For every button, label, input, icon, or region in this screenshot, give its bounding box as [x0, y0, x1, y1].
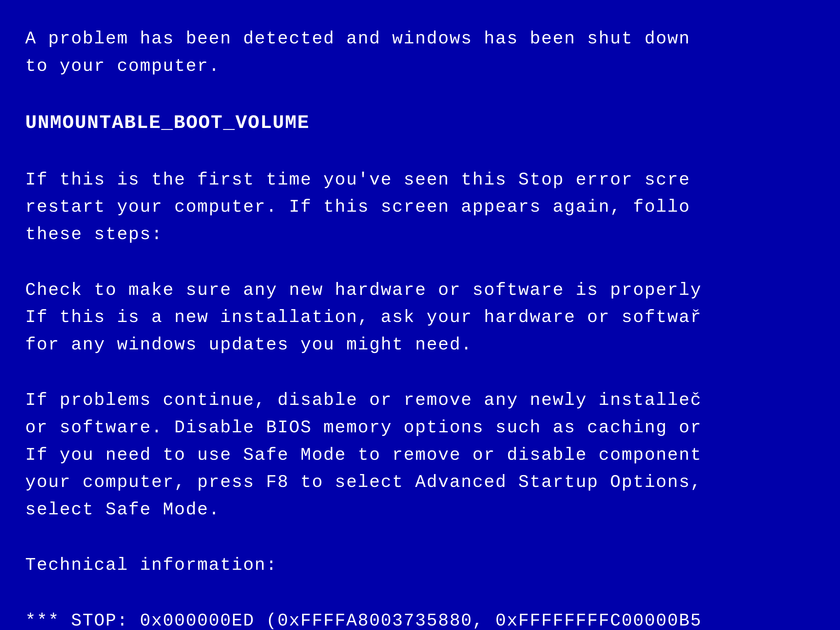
- header-line1: A problem has been detected and windows …: [25, 25, 815, 53]
- para3-line4: your computer, press F8 to select Advanc…: [25, 469, 815, 496]
- bsod-screen: A problem has been detected and windows …: [0, 0, 840, 630]
- para2-line2: If this is a new installation, ask your …: [25, 304, 815, 331]
- para2-line1: Check to make sure any new hardware or s…: [25, 276, 815, 304]
- stop-line1: *** STOP: 0x000000ED (0xFFFFA8003735880,…: [25, 607, 815, 630]
- para1-line2: restart your computer. If this screen ap…: [25, 193, 815, 221]
- para3-line2: or software. Disable BIOS memory options…: [25, 414, 815, 442]
- spacer-1: [25, 80, 815, 108]
- spacer-6: [25, 579, 815, 607]
- para1-line1: If this is the first time you've seen th…: [25, 166, 815, 194]
- para3-line5: select Safe Mode.: [25, 496, 815, 524]
- spacer-2: [25, 138, 815, 166]
- spacer-3: [25, 248, 815, 276]
- para3-line1: If problems continue, disable or remove …: [25, 387, 815, 414]
- error-code: UNMOUNTABLE_BOOT_VOLUME: [25, 108, 815, 138]
- tech-header: Technical information:: [25, 552, 815, 579]
- spacer-4: [25, 358, 815, 387]
- para1-line3: these steps:: [25, 221, 815, 248]
- header-line2: to your computer.: [25, 53, 815, 80]
- para3-line3: If you need to use Safe Mode to remove o…: [25, 442, 815, 469]
- para2-line3: for any windows updates you might need.: [25, 331, 815, 359]
- spacer-5: [25, 523, 815, 552]
